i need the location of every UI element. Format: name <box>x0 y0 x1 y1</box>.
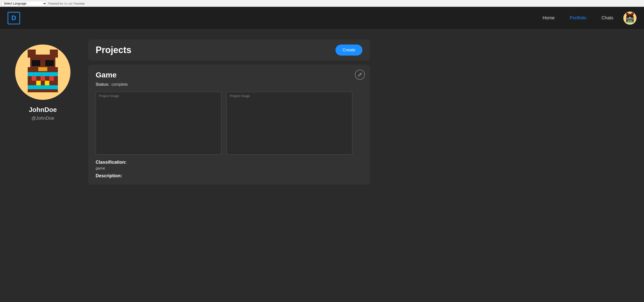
nav-home[interactable]: Home <box>543 15 555 21</box>
create-button[interactable]: Create <box>335 45 362 56</box>
svg-rect-27 <box>36 81 41 85</box>
nav-chats[interactable]: Chats <box>601 15 613 21</box>
language-select[interactable]: Select Language English Spanish French G… <box>2 1 47 6</box>
svg-rect-10 <box>629 19 630 20</box>
powered-by-text: Powered by Google Translate <box>48 2 85 5</box>
project-card: Game Status: complete Project Image Proj… <box>88 65 370 185</box>
header: D Home Portfolio Chats <box>0 7 644 29</box>
svg-rect-14 <box>626 21 634 22</box>
project-images: Project Image Project Image <box>96 92 362 155</box>
user-avatar-header[interactable] <box>623 12 636 25</box>
profile-name: JohnDoe <box>29 106 57 114</box>
project-image-2: Project Image <box>226 92 352 155</box>
translate-bar: Select Language English Spanish French G… <box>0 0 644 7</box>
profile-handle: @JohnDoe <box>31 116 54 121</box>
svg-rect-12 <box>628 20 629 21</box>
sidebar: JohnDoe @JohnDoe <box>8 39 78 185</box>
svg-rect-28 <box>45 81 49 85</box>
logo-icon: D <box>8 12 20 24</box>
svg-rect-4 <box>632 13 634 15</box>
svg-rect-18 <box>28 50 36 58</box>
nav-portfolio[interactable]: Portfolio <box>570 15 586 21</box>
svg-rect-22 <box>38 67 47 71</box>
svg-rect-8 <box>626 18 634 19</box>
profile-avatar <box>15 45 70 100</box>
svg-rect-5 <box>627 15 629 17</box>
svg-rect-26 <box>49 76 54 81</box>
project-description: Description: <box>96 173 362 179</box>
svg-rect-19 <box>50 50 58 58</box>
project-image-1: Project Image <box>96 92 221 155</box>
logo: D <box>8 12 20 24</box>
svg-rect-6 <box>630 15 633 17</box>
svg-rect-21 <box>45 60 54 66</box>
project-classification: Classification: game <box>96 160 362 170</box>
projects-section: Projects Create Game Status: complete Pr… <box>88 39 370 185</box>
main-content: JohnDoe @JohnDoe Projects Create Game St… <box>0 29 377 195</box>
svg-rect-7 <box>629 17 631 18</box>
svg-rect-23 <box>28 72 58 76</box>
svg-rect-29 <box>28 85 58 89</box>
svg-rect-20 <box>32 60 40 66</box>
svg-rect-11 <box>632 19 633 20</box>
svg-rect-24 <box>32 76 36 81</box>
project-status: Status: complete <box>96 82 362 87</box>
projects-header: Projects Create <box>88 39 370 61</box>
svg-rect-9 <box>627 19 628 20</box>
svg-rect-3 <box>626 13 628 15</box>
svg-rect-25 <box>41 76 45 81</box>
project-name: Game <box>96 71 362 79</box>
nav: Home Portfolio Chats <box>543 15 613 21</box>
svg-rect-13 <box>630 20 631 21</box>
projects-title: Projects <box>96 45 131 55</box>
edit-project-button[interactable] <box>355 70 365 80</box>
